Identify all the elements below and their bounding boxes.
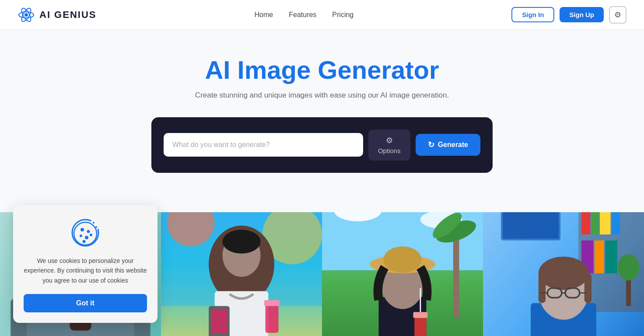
- svg-rect-35: [453, 234, 459, 318]
- logo-area: AI GENIUS: [18, 6, 96, 24]
- svg-rect-26: [266, 303, 279, 333]
- prompt-input[interactable]: [164, 133, 363, 157]
- svg-point-41: [383, 246, 421, 273]
- options-button[interactable]: ⚙ Options: [368, 130, 410, 161]
- svg-point-71: [80, 228, 84, 231]
- svg-rect-55: [605, 240, 617, 273]
- hero-subtitle: Create stunning and unique images with e…: [9, 91, 635, 100]
- logo-text: AI GENIUS: [39, 9, 96, 21]
- svg-point-60: [539, 256, 588, 290]
- svg-rect-50: [592, 212, 598, 234]
- signin-button[interactable]: Sign In: [511, 7, 554, 22]
- svg-rect-42: [414, 315, 426, 336]
- generate-refresh-icon: ↻: [428, 140, 434, 150]
- svg-point-75: [90, 234, 92, 236]
- svg-rect-61: [539, 273, 546, 303]
- header: AI GENIUS Home Features Pricing Sign In …: [0, 0, 644, 30]
- generate-button[interactable]: ↻ Generate: [416, 134, 480, 156]
- gear-icon: ⚙: [614, 10, 621, 20]
- header-actions: Sign In Sign Up ⚙: [511, 6, 626, 24]
- nav-features[interactable]: Features: [289, 11, 316, 19]
- logo-icon: [18, 6, 35, 24]
- nav-home[interactable]: Home: [255, 11, 273, 19]
- signup-button[interactable]: Sign Up: [560, 7, 604, 22]
- cookie-banner: We use cookies to personalize your exper…: [13, 205, 158, 323]
- cookie-icon-wrap: [24, 217, 147, 248]
- svg-point-69: [89, 220, 99, 231]
- svg-rect-51: [600, 212, 611, 234]
- svg-point-57: [618, 254, 639, 280]
- svg-rect-47: [503, 212, 559, 239]
- svg-point-25: [222, 230, 260, 254]
- nav-pricing[interactable]: Pricing: [332, 11, 354, 19]
- hero-section: AI Image Generator Create stunning and u…: [0, 30, 644, 212]
- svg-point-0: [24, 13, 28, 17]
- svg-rect-62: [584, 273, 592, 303]
- settings-button[interactable]: ⚙: [609, 6, 626, 24]
- got-it-button[interactable]: Got it: [24, 294, 147, 312]
- svg-rect-27: [264, 300, 280, 306]
- svg-point-73: [80, 234, 82, 237]
- cookie-message: We use cookies to personalize your exper…: [24, 256, 147, 285]
- gallery-item-4: [483, 212, 644, 336]
- gallery-item-2: [161, 212, 322, 336]
- options-gear-icon: ⚙: [386, 136, 393, 145]
- gallery-item-3: [322, 212, 483, 336]
- svg-rect-43: [413, 312, 428, 318]
- svg-rect-49: [581, 212, 590, 234]
- options-label: Options: [378, 147, 401, 154]
- svg-rect-54: [595, 240, 604, 273]
- generate-label: Generate: [438, 141, 468, 149]
- generator-box: ⚙ Options ↻ Generate: [151, 117, 493, 173]
- svg-point-78: [95, 226, 97, 228]
- hero-title: AI Image Generator: [9, 56, 635, 84]
- svg-rect-29: [211, 309, 227, 333]
- svg-point-77: [93, 222, 94, 224]
- svg-point-74: [85, 236, 88, 239]
- svg-point-72: [87, 230, 90, 233]
- nav-links: Home Features Pricing: [255, 11, 354, 19]
- svg-rect-52: [612, 212, 620, 234]
- cookie-icon: [70, 217, 101, 248]
- svg-point-76: [83, 240, 86, 243]
